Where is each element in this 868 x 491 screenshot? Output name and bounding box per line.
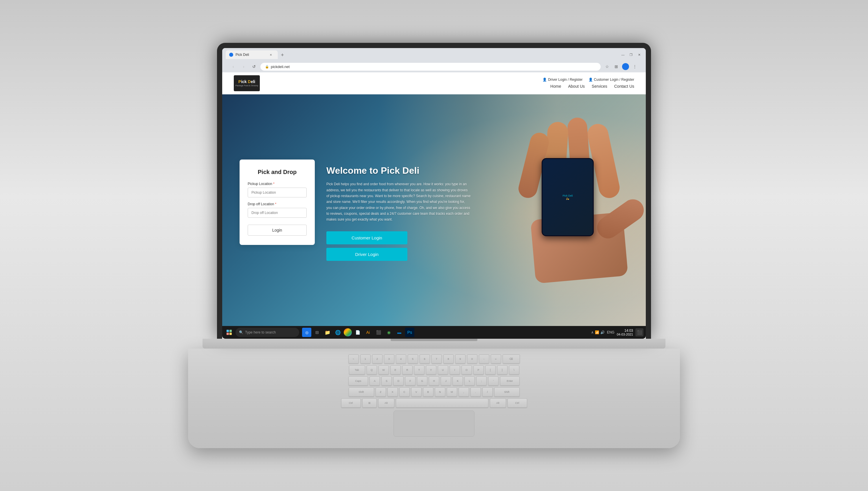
key-m[interactable]: M — [447, 387, 457, 397]
nav-about[interactable]: About Us — [568, 83, 585, 89]
key-l[interactable]: L — [464, 376, 475, 386]
key-bracket-right[interactable]: ] — [497, 365, 507, 375]
taskbar-app-ps[interactable]: Ps — [405, 328, 414, 337]
key-2[interactable]: 2 — [372, 354, 382, 364]
nav-home[interactable]: Home — [550, 83, 561, 89]
key-backspace[interactable]: ⌫ — [503, 354, 520, 364]
tab-close-button[interactable]: ✕ — [269, 52, 273, 57]
driver-login-button[interactable]: Driver Login — [327, 248, 407, 261]
key-shift-right[interactable]: Shift — [494, 387, 520, 397]
form-login-button[interactable]: Login — [248, 225, 307, 236]
taskbar-search[interactable]: 🔍 Type here to search — [236, 328, 299, 337]
key-c[interactable]: C — [399, 387, 410, 397]
nav-services[interactable]: Services — [592, 83, 607, 89]
forward-button[interactable]: › — [240, 62, 248, 70]
key-p[interactable]: P — [473, 365, 484, 375]
key-enter[interactable]: Enter — [500, 376, 520, 386]
key-backslash[interactable]: \ — [509, 365, 519, 375]
start-button[interactable] — [224, 328, 234, 337]
address-bar[interactable]: 🔒 pickdeli.net — [260, 63, 601, 70]
key-b[interactable]: B — [423, 387, 433, 397]
taskbar-app-chrome[interactable] — [344, 328, 352, 337]
key-5[interactable]: 5 — [408, 354, 418, 364]
key-n[interactable]: N — [435, 387, 445, 397]
key-1[interactable]: 1 — [360, 354, 371, 364]
key-q[interactable]: Q — [367, 365, 377, 375]
key-minus[interactable]: - — [479, 354, 489, 364]
key-f[interactable]: F — [405, 376, 415, 386]
key-t[interactable]: T — [414, 365, 425, 375]
key-k[interactable]: K — [453, 376, 463, 386]
profile-icon[interactable] — [621, 62, 629, 70]
key-y[interactable]: Y — [426, 365, 436, 375]
key-7[interactable]: 7 — [431, 354, 442, 364]
pickup-input[interactable] — [248, 187, 307, 197]
key-r[interactable]: R — [402, 365, 412, 375]
key-u[interactable]: U — [438, 365, 448, 375]
key-win[interactable]: ⊞ — [362, 398, 377, 408]
key-ctrl-right[interactable]: Ctrl — [507, 398, 527, 408]
driver-auth-link[interactable]: 👤 Driver Login / Register — [542, 78, 582, 82]
key-g[interactable]: G — [417, 376, 427, 386]
key-equals[interactable]: = — [491, 354, 501, 364]
key-v[interactable]: V — [411, 387, 422, 397]
taskbar-app-vscode[interactable]: ▬ — [395, 328, 404, 337]
key-0[interactable]: 0 — [467, 354, 477, 364]
key-semicolon[interactable]: ; — [476, 376, 487, 386]
key-tab[interactable]: Tab — [349, 365, 365, 375]
key-w[interactable]: W — [378, 365, 389, 375]
key-a[interactable]: A — [370, 376, 380, 386]
minimize-button[interactable]: — — [620, 52, 626, 58]
taskbar-app-office[interactable]: ⬛ — [374, 328, 383, 337]
chevron-up-icon[interactable]: ∧ — [591, 330, 594, 335]
browser-tab[interactable]: Pick Deli ✕ — [226, 50, 278, 59]
key-4[interactable]: 4 — [396, 354, 406, 364]
new-tab-button[interactable]: + — [278, 51, 286, 59]
customer-login-button[interactable]: Customer Login — [327, 231, 407, 244]
key-tilde[interactable]: ~ — [348, 354, 359, 364]
menu-icon[interactable]: ⋮ — [631, 62, 639, 70]
key-space[interactable] — [396, 398, 488, 408]
touchpad[interactable] — [394, 410, 474, 437]
key-alt-right[interactable]: Alt — [490, 398, 506, 408]
maximize-button[interactable]: ❐ — [628, 52, 634, 58]
close-button[interactable]: ✕ — [636, 52, 642, 58]
taskbar-app-edge[interactable]: 🌐 — [333, 328, 343, 337]
extensions-icon[interactable]: ⊞ — [612, 62, 620, 70]
key-o[interactable]: O — [462, 365, 472, 375]
back-button[interactable]: ‹ — [229, 62, 237, 70]
customer-auth-link[interactable]: 👤 Customer Login / Register — [589, 78, 634, 82]
key-comma[interactable]: , — [459, 387, 469, 397]
key-alt-left[interactable]: Alt — [378, 398, 394, 408]
taskbar-app-files[interactable]: 📄 — [353, 328, 362, 337]
key-z[interactable]: Z — [376, 387, 386, 397]
dropoff-input[interactable] — [248, 208, 307, 218]
key-slash[interactable]: / — [482, 387, 493, 397]
key-caps[interactable]: Caps — [348, 376, 368, 386]
key-8[interactable]: 8 — [443, 354, 454, 364]
notifications-button[interactable]: ⬛ — [636, 328, 644, 337]
key-9[interactable]: 9 — [455, 354, 466, 364]
key-j[interactable]: J — [441, 376, 451, 386]
key-6[interactable]: 6 — [420, 354, 430, 364]
nav-contact[interactable]: Contact Us — [614, 83, 634, 89]
taskbar-app-folder[interactable]: 📁 — [323, 328, 332, 337]
reload-button[interactable]: ↺ — [250, 62, 258, 70]
taskbar-app-chrome2[interactable]: ◉ — [384, 328, 394, 337]
key-i[interactable]: I — [450, 365, 460, 375]
key-d[interactable]: D — [393, 376, 404, 386]
taskbar-app-ai[interactable]: Ai — [363, 328, 373, 337]
bookmark-icon[interactable]: ☆ — [603, 62, 611, 70]
taskbar-app-task-view[interactable]: ⊟ — [312, 328, 322, 337]
key-quote[interactable]: ' — [488, 376, 498, 386]
key-3[interactable]: 3 — [384, 354, 394, 364]
taskbar-app-cortana[interactable]: ◎ — [302, 328, 311, 337]
key-s[interactable]: S — [381, 376, 392, 386]
key-bracket-left[interactable]: [ — [485, 365, 496, 375]
key-h[interactable]: H — [429, 376, 439, 386]
key-period[interactable]: . — [470, 387, 481, 397]
key-x[interactable]: X — [388, 387, 398, 397]
key-ctrl-left[interactable]: Ctrl — [341, 398, 361, 408]
key-e[interactable]: E — [390, 365, 401, 375]
key-shift-left[interactable]: Shift — [349, 387, 374, 397]
